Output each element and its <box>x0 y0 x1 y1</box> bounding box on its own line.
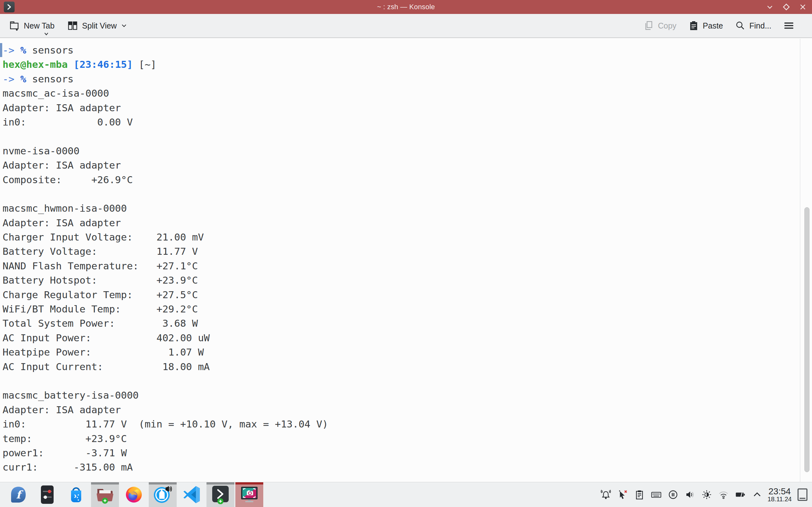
konsole-icon <box>211 485 230 504</box>
taskbar-item-vscode[interactable] <box>177 482 206 507</box>
copy-button[interactable]: Copy <box>644 20 676 31</box>
clock[interactable]: 23:54 18.11.24 <box>768 487 792 503</box>
scrollbar-thumb[interactable] <box>804 207 809 472</box>
fedora-icon: f <box>9 486 27 504</box>
spectacle-screenshot-icon <box>240 485 259 504</box>
scroll-position-marker <box>0 43 2 57</box>
split-view-label: Split View <box>82 21 117 31</box>
taskbar-item-konsole[interactable] <box>206 482 235 507</box>
clipboard-icon[interactable] <box>634 489 645 500</box>
battery-icon[interactable] <box>735 489 746 500</box>
taskbar-item-wolf-audio-app[interactable] <box>149 482 177 507</box>
copy-icon <box>644 20 654 31</box>
screen: ~ : zsh — Konsole New Tab <box>0 0 812 507</box>
split-view-button[interactable]: Split View <box>67 20 127 31</box>
tweaks-sliders-icon <box>41 486 54 504</box>
vscode-icon <box>183 486 200 504</box>
new-tab-label: New Tab <box>24 21 55 31</box>
show-desktop-icon <box>797 488 808 501</box>
close-button[interactable] <box>799 3 806 10</box>
brightness-icon[interactable] <box>701 489 712 500</box>
shopping-bag-icon: › <box>67 486 85 504</box>
taskbar-item-tweaks[interactable] <box>33 482 61 507</box>
expand-tray-caret-icon[interactable] <box>752 489 763 500</box>
media-paused-icon[interactable] <box>668 489 678 500</box>
maximize-button[interactable] <box>783 3 790 10</box>
window-title: ~ : zsh — Konsole <box>0 3 812 11</box>
volume-icon[interactable] <box>684 489 695 500</box>
hamburger-menu-button[interactable] <box>783 21 794 30</box>
pointer-disabled-icon[interactable] <box>617 489 628 500</box>
folder-icon <box>96 486 114 504</box>
copy-label: Copy <box>658 21 676 31</box>
taskbar-item-file-manager[interactable] <box>91 482 119 507</box>
system-tray <box>600 489 763 500</box>
taskbar-item-firefox[interactable] <box>120 482 148 507</box>
find-button[interactable]: Find... <box>735 20 771 31</box>
scrollbar-track-divider <box>800 39 800 482</box>
paste-button[interactable]: Paste <box>689 20 723 31</box>
search-icon <box>735 20 745 31</box>
new-tab-icon <box>9 20 20 31</box>
show-desktop-button[interactable] <box>797 487 808 502</box>
wolf-audio-icon <box>153 486 172 504</box>
find-label: Find... <box>750 21 771 31</box>
new-tab-dropdown-icon[interactable] <box>44 32 49 36</box>
notifications-bell-icon[interactable] <box>600 489 611 500</box>
terminal-output[interactable]: -> % sensorshex@hex-mba [23:46:15] [~]->… <box>3 43 328 475</box>
clock-date: 18.11.24 <box>768 496 792 503</box>
paste-icon <box>689 20 699 31</box>
taskbar-item-fedora[interactable]: f <box>4 482 32 507</box>
split-view-icon <box>67 20 78 31</box>
terminal-view[interactable]: -> % sensorshex@hex-mba [23:46:15] [~]->… <box>0 39 812 482</box>
svg-text:›: › <box>74 491 77 500</box>
wifi-icon[interactable] <box>718 489 729 500</box>
toolbar: New Tab Split View <box>0 14 812 38</box>
taskbar-item-spectacle[interactable] <box>235 482 263 507</box>
keyboard-icon[interactable] <box>651 489 662 500</box>
taskbar-panel: f › <box>0 482 812 507</box>
clock-time: 23:54 <box>768 487 792 496</box>
titlebar[interactable]: ~ : zsh — Konsole <box>0 0 812 14</box>
minimize-button[interactable] <box>766 3 773 10</box>
paste-label: Paste <box>703 21 723 31</box>
split-view-chevron-icon <box>121 23 127 28</box>
taskbar-item-software-store[interactable]: › <box>62 482 90 507</box>
firefox-icon <box>125 486 143 504</box>
hamburger-icon <box>783 21 794 30</box>
new-tab-button[interactable]: New Tab <box>9 20 55 31</box>
